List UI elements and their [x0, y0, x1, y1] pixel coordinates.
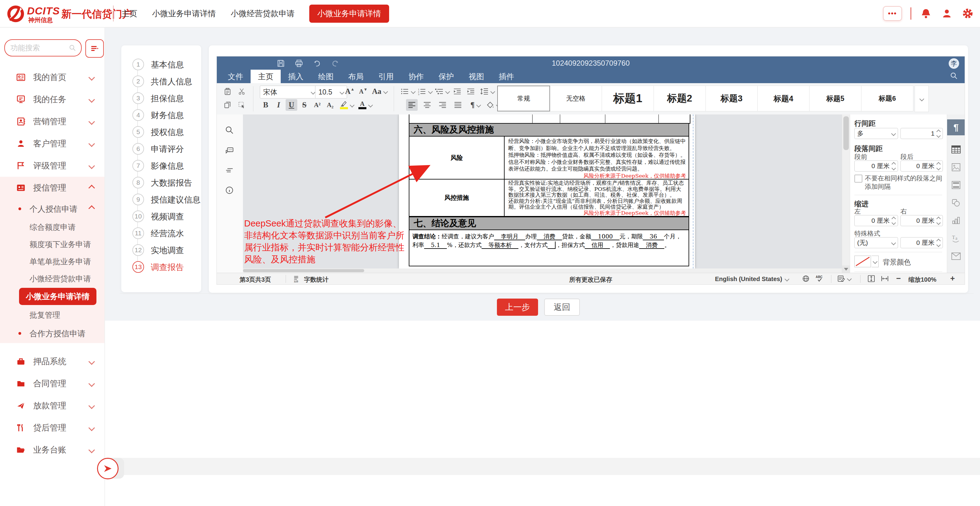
settings-gear-icon[interactable]: [962, 7, 974, 20]
vertical-scrollbar[interactable]: [842, 114, 850, 273]
menu-tab-file[interactable]: 文件: [221, 70, 251, 83]
editor-search-icon[interactable]: [950, 72, 958, 80]
paste-icon[interactable]: [222, 86, 234, 97]
step-scoring[interactable]: 6申请评分: [121, 140, 201, 157]
sidebar-item-partner-credit[interactable]: 合作方授信申请: [0, 324, 104, 343]
special-amount-stepper[interactable]: 0 厘米: [900, 237, 943, 248]
chart-settings-icon[interactable]: [947, 213, 965, 228]
strikethrough-icon[interactable]: S: [299, 99, 310, 111]
language-select[interactable]: English (United States): [715, 276, 789, 282]
style-heading1[interactable]: 标题1: [602, 86, 654, 111]
step-basic-info[interactable]: 1基本信息: [121, 55, 201, 72]
sidebar-item-comprehensive-quota[interactable]: 综合额度申请: [0, 219, 104, 236]
cut-icon[interactable]: [236, 86, 248, 97]
indent-left-stepper[interactable]: 0 厘米: [854, 215, 898, 226]
step-video-survey[interactable]: 10视频调查: [121, 207, 201, 224]
vertical-scrollbar-thumb[interactable]: [843, 116, 849, 150]
step-bigdata-report[interactable]: 8大数据报告: [121, 173, 201, 190]
sidebar-item-my-home[interactable]: 我的首页: [0, 66, 104, 88]
find-icon[interactable]: [225, 125, 234, 135]
collaborator-avatar[interactable]: 李: [949, 58, 959, 69]
menu-tab-view[interactable]: 视图: [461, 70, 492, 83]
text-art-settings-icon[interactable]: Ta: [947, 230, 965, 246]
subscript-icon[interactable]: A₂: [324, 99, 336, 111]
style-heading2[interactable]: 标题2: [654, 86, 706, 111]
table-settings-icon[interactable]: [947, 141, 965, 157]
align-right-icon[interactable]: [437, 99, 449, 111]
zoom-out-icon[interactable]: −: [896, 274, 901, 283]
menu-tab-draw[interactable]: 绘图: [311, 70, 341, 83]
multilevel-list-icon[interactable]: [434, 86, 450, 97]
numbered-list-icon[interactable]: 123: [417, 86, 433, 97]
image-settings-icon[interactable]: [947, 159, 965, 175]
background-color-swatch[interactable]: [854, 255, 871, 267]
sidebar-item-post-loan[interactable]: 贷后管理: [0, 417, 104, 439]
change-case-icon[interactable]: Aa: [371, 86, 388, 97]
sidebar-item-my-tasks[interactable]: 我的任务: [0, 88, 104, 111]
info-icon[interactable]: [225, 186, 234, 195]
track-changes-icon[interactable]: [837, 274, 851, 282]
spacing-after-stepper[interactable]: 0 厘米: [900, 160, 943, 171]
back-button[interactable]: 返回: [544, 298, 580, 316]
previous-step-button[interactable]: 上一步: [497, 298, 538, 316]
shrink-font-icon[interactable]: A▼: [358, 86, 369, 97]
scroll-down-button[interactable]: [842, 265, 850, 273]
search-input[interactable]: [10, 43, 69, 52]
style-normal[interactable]: 常规: [497, 86, 550, 111]
align-left-icon[interactable]: [406, 99, 418, 111]
superscript-icon[interactable]: A²: [312, 99, 323, 111]
step-business-flow[interactable]: 11经营流水: [121, 224, 201, 241]
step-co-borrower[interactable]: 2共借人信息: [121, 72, 201, 89]
style-heading5[interactable]: 标题5: [810, 86, 861, 111]
align-center-icon[interactable]: [422, 99, 433, 111]
special-format-select[interactable]: (无): [854, 237, 898, 248]
font-color-icon[interactable]: A: [357, 99, 374, 111]
line-spacing-select[interactable]: 多: [854, 128, 898, 139]
more-messages-icon[interactable]: •••: [883, 6, 902, 21]
menu-toggle-button[interactable]: [85, 39, 104, 58]
fit-page-icon[interactable]: [867, 274, 875, 282]
style-heading6[interactable]: 标题6: [861, 86, 913, 111]
font-family-select[interactable]: 宋体: [260, 86, 318, 98]
copy-icon[interactable]: [222, 99, 234, 111]
headings-outline-icon[interactable]: [225, 166, 234, 175]
step-guarantee[interactable]: 3担保信息: [121, 89, 201, 106]
menu-tab-layout[interactable]: 布局: [341, 70, 371, 83]
horizontal-scrollbar[interactable]: [243, 268, 842, 273]
sidebar-item-micro-business-loan[interactable]: 小微经营贷款申请: [0, 270, 104, 287]
menu-tab-collaboration[interactable]: 协作: [401, 70, 431, 83]
highlight-color-icon[interactable]: [339, 99, 355, 111]
sidebar-item-business-ledger[interactable]: 业务台账: [0, 439, 104, 461]
line-spacing-icon[interactable]: [479, 86, 496, 97]
globe-icon[interactable]: [802, 274, 810, 282]
horizontal-scrollbar-thumb[interactable]: [243, 269, 364, 272]
paragraph-marks-icon[interactable]: ¶: [468, 99, 484, 111]
bold-icon[interactable]: B: [260, 99, 272, 111]
spellcheck-icon[interactable]: ABC: [816, 274, 824, 282]
sidebar-item-under-quota-business[interactable]: 额度项下业务申请: [0, 236, 104, 253]
nav-active-tab[interactable]: 小微业务申请详情: [309, 5, 389, 23]
decrease-indent-icon[interactable]: [452, 86, 463, 97]
menu-tab-home[interactable]: 主页: [251, 70, 281, 83]
notification-bell-icon[interactable]: [920, 7, 932, 20]
style-no-spacing[interactable]: 无空格: [550, 86, 602, 111]
step-imaging[interactable]: 7影像信息: [121, 157, 201, 173]
paragraph-settings-icon[interactable]: ¶: [947, 119, 965, 135]
increase-indent-icon[interactable]: [465, 86, 477, 97]
user-profile-icon[interactable]: [941, 7, 953, 20]
menu-tab-plugins[interactable]: 插件: [492, 70, 522, 83]
style-heading4[interactable]: 标题4: [758, 86, 810, 111]
sidebar-item-customers[interactable]: 客户管理: [0, 133, 104, 155]
bullet-list-icon[interactable]: [400, 86, 415, 97]
spacing-before-stepper[interactable]: 0 厘米: [854, 160, 898, 171]
grow-font-icon[interactable]: A▲: [344, 86, 356, 97]
italic-icon[interactable]: I: [273, 99, 285, 111]
sidebar-item-contracts[interactable]: 合同管理: [0, 373, 104, 395]
no-gap-checkbox[interactable]: [854, 174, 862, 182]
menu-tab-insert[interactable]: 插入: [281, 70, 311, 83]
sidebar-item-marketing[interactable]: 营销管理: [0, 111, 104, 133]
zoom-level[interactable]: 缩放100%: [908, 276, 936, 284]
nav-home[interactable]: 主页: [121, 8, 137, 19]
document-canvas[interactable]: 六、风险及风控措施 风险 经营风险：小微企业市场竞争力弱，易受行业波动（如政策变…: [243, 114, 842, 268]
sidebar-item-personal-credit[interactable]: 个人授信申请: [0, 199, 104, 219]
